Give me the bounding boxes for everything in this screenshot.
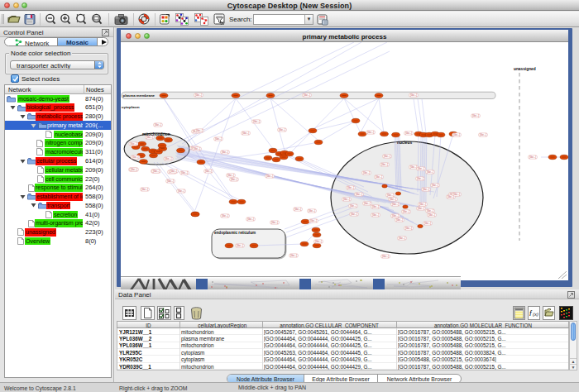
svg-text:[Go:--]: [Go:--] <box>196 129 203 132</box>
svg-text:endoplasmic reticulum: endoplasmic reticulum <box>214 231 256 235</box>
svg-text:[Go:--]: [Go:--] <box>390 198 396 201</box>
svg-text:[Go:--]: [Go:--] <box>165 157 172 160</box>
svg-text:[Go:--]: [Go:--] <box>222 151 228 154</box>
svg-text:(x): (x) <box>533 312 538 317</box>
svg-text:[Go:--]: [Go:--] <box>309 209 315 213</box>
svg-text:[Go:--]: [Go:--] <box>382 255 389 258</box>
svg-text:[Go:--]: [Go:--] <box>155 123 161 127</box>
svg-text:[Go:--]: [Go:--] <box>205 170 212 173</box>
svg-text:[Go:--]: [Go:--] <box>242 131 249 135</box>
svg-text:[Go:--]: [Go:--] <box>253 120 260 123</box>
svg-text:[Go:--]: [Go:--] <box>178 189 184 193</box>
svg-text:[Go:--]: [Go:--] <box>247 218 254 221</box>
svg-text:[Go:--]: [Go:--] <box>427 209 433 213</box>
svg-text:[Go:--]: [Go:--] <box>372 213 379 217</box>
svg-text:[Go:--]: [Go:--] <box>472 114 479 117</box>
svg-text:[Go:--]: [Go:--] <box>405 131 412 135</box>
svg-text:[Go:--]: [Go:--] <box>418 207 424 210</box>
svg-text:[Go:--]: [Go:--] <box>237 244 243 247</box>
svg-text:[Go:--]: [Go:--] <box>410 165 417 169</box>
svg-text:[Go:--]: [Go:--] <box>387 194 394 197</box>
svg-text:[Go:--]: [Go:--] <box>423 188 429 191</box>
svg-text:[Go:--]: [Go:--] <box>279 128 285 131</box>
svg-text:[Go:--]: [Go:--] <box>310 219 317 222</box>
svg-text:[Go:--]: [Go:--] <box>181 171 188 174</box>
svg-text:[Go:--]: [Go:--] <box>294 208 301 211</box>
svg-text:[Go:--]: [Go:--] <box>315 240 322 243</box>
svg-text:[Go:--]: [Go:--] <box>167 179 174 183</box>
svg-text:[Go:--]: [Go:--] <box>363 171 370 174</box>
svg-text:[Go:--]: [Go:--] <box>304 93 310 97</box>
svg-text:[Go:--]: [Go:--] <box>392 214 399 218</box>
svg-text:[Go:--]: [Go:--] <box>381 163 388 166</box>
svg-text:[Go:--]: [Go:--] <box>153 170 160 173</box>
svg-text:[Go:--]: [Go:--] <box>392 203 399 206</box>
svg-text:[Go:--]: [Go:--] <box>428 213 435 217</box>
svg-text:[Go:--]: [Go:--] <box>427 170 433 174</box>
svg-text:[Go:--]: [Go:--] <box>343 198 350 201</box>
svg-text:[Go:--]: [Go:--] <box>453 193 460 196</box>
svg-text:[Go:--]: [Go:--] <box>132 155 139 159</box>
svg-text:[Go:--]: [Go:--] <box>227 174 234 177</box>
svg-text:[Go:--]: [Go:--] <box>384 155 390 158</box>
svg-text:nucleus: nucleus <box>397 141 412 145</box>
svg-text:[Go:--]: [Go:--] <box>356 193 362 196</box>
svg-text:[Go:--]: [Go:--] <box>396 218 403 222</box>
svg-text:[Go:--]: [Go:--] <box>424 222 431 225</box>
svg-text:[Go:--]: [Go:--] <box>215 137 222 141</box>
svg-text:unassigned: unassigned <box>514 67 536 71</box>
svg-text:[Go:--]: [Go:--] <box>222 214 228 218</box>
svg-text:[Go:--]: [Go:--] <box>290 254 297 257</box>
svg-text:[Go:--]: [Go:--] <box>372 205 379 208</box>
svg-text:[Go:--]: [Go:--] <box>347 186 354 189</box>
svg-text:[Go:--]: [Go:--] <box>231 178 237 181</box>
svg-text:[Go:--]: [Go:--] <box>351 213 357 216</box>
svg-text:[Go:--]: [Go:--] <box>403 210 409 213</box>
svg-text:[Go:--]: [Go:--] <box>410 93 417 97</box>
svg-text:[Go:--]: [Go:--] <box>131 142 137 146</box>
svg-text:[Go:--]: [Go:--] <box>399 237 405 240</box>
svg-text:cytoplasm: cytoplasm <box>122 105 140 109</box>
svg-text:[Go:--]: [Go:--] <box>170 170 177 173</box>
svg-text:[Go:--]: [Go:--] <box>453 133 460 136</box>
svg-text:[Go:--]: [Go:--] <box>131 168 137 171</box>
svg-text:[Go:--]: [Go:--] <box>418 167 424 170</box>
svg-text:[Go:--]: [Go:--] <box>432 184 438 187</box>
svg-text:[Go:--]: [Go:--] <box>141 188 148 191</box>
svg-text:plasma membrane: plasma membrane <box>123 93 156 98</box>
svg-text:[Go:--]: [Go:--] <box>271 221 278 224</box>
svg-text:[Go:--]: [Go:--] <box>195 93 202 97</box>
svg-text:[Go:--]: [Go:--] <box>364 202 371 205</box>
svg-text:[Go:--]: [Go:--] <box>405 227 412 230</box>
svg-text:[Go:--]: [Go:--] <box>419 203 426 206</box>
svg-text:[Go:--]: [Go:--] <box>266 174 273 178</box>
svg-text:[Go:--]: [Go:--] <box>376 175 382 179</box>
svg-text:[Go:--]: [Go:--] <box>350 204 356 208</box>
svg-text:[Go:--]: [Go:--] <box>480 133 486 136</box>
svg-text:[Go:--]: [Go:--] <box>417 177 423 180</box>
svg-text:[Go:--]: [Go:--] <box>529 155 536 159</box>
svg-text:mitochondrion: mitochondrion <box>142 132 170 136</box>
svg-text:[Go:--]: [Go:--] <box>367 131 374 134</box>
svg-text:[Go:--]: [Go:--] <box>194 147 200 151</box>
